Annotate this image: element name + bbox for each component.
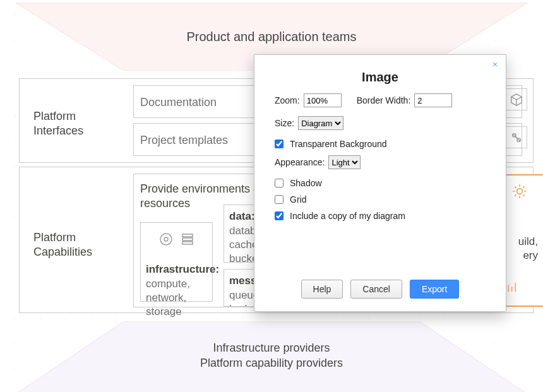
infrastructure-body: compute, network, storage <box>146 277 190 319</box>
project-templates-label: Project templates <box>140 134 228 146</box>
dialog-title: Image <box>254 70 506 85</box>
appearance-select[interactable]: Light <box>328 155 361 169</box>
help-button[interactable]: Help <box>301 280 343 299</box>
size-row: Size: Diagram <box>275 116 486 130</box>
include-copy-label: Include a copy of my diagram <box>290 211 405 221</box>
dialog-body: Zoom: Border Width: Size: Diagram Transp… <box>254 85 506 221</box>
svg-rect-7 <box>182 238 193 241</box>
shadow-checkbox[interactable] <box>275 179 283 187</box>
env-title-l1: Provide environments and <box>140 182 272 195</box>
section-interfaces-label: Platform Interfaces <box>33 109 109 138</box>
include-copy-row: Include a copy of my diagram <box>275 211 486 221</box>
cube-icon <box>505 88 527 110</box>
transparent-row: Transparent Background <box>275 139 486 149</box>
appearance-label: Appearance: <box>275 157 325 167</box>
section-capabilities-label: Platform Capabilities <box>33 230 109 259</box>
zoom-label: Zoom: <box>275 95 300 105</box>
grid-checkbox[interactable] <box>275 195 283 204</box>
documentation-label: Documentation <box>140 96 217 109</box>
transparent-background-checkbox[interactable] <box>275 140 283 148</box>
svg-point-5 <box>164 237 168 241</box>
section-interfaces-label-l1: Platform <box>33 110 76 122</box>
zoom-input[interactable] <box>304 93 342 107</box>
infrastructure-header: infrastructure: <box>146 263 219 276</box>
close-button[interactable]: × <box>489 59 501 70</box>
dialog-footer: Help Cancel Export <box>254 280 506 299</box>
svg-rect-8 <box>182 242 193 244</box>
border-width-input[interactable] <box>414 93 452 107</box>
svg-point-4 <box>160 234 172 245</box>
section-capabilities-label-l1: Platform <box>33 231 76 244</box>
include-copy-checkbox[interactable] <box>275 211 283 220</box>
env-title-l2: resources <box>140 197 190 210</box>
infra-icons <box>141 232 212 247</box>
build-text: uild, ery <box>501 235 538 263</box>
section-capabilities-label-l2: Capabilities <box>33 246 92 258</box>
grid-row: Grid <box>275 194 486 205</box>
svg-marker-1 <box>15 321 528 392</box>
size-select[interactable]: Diagram <box>298 116 343 130</box>
shadow-row: Shadow <box>275 178 486 188</box>
shadow-label: Shadow <box>290 178 322 188</box>
export-button[interactable]: Export <box>410 280 459 299</box>
zoom-border-row: Zoom: Border Width: <box>275 93 486 107</box>
grid-label: Grid <box>290 194 306 205</box>
svg-rect-6 <box>182 234 193 237</box>
svg-point-9 <box>517 189 523 194</box>
border-width-label: Border Width: <box>357 95 411 105</box>
cancel-button[interactable]: Cancel <box>350 280 402 299</box>
section-interfaces-label-l2: Interfaces <box>33 124 83 137</box>
stack-icon <box>179 232 196 247</box>
disc-icon <box>157 232 175 247</box>
bottom-trapezoid: Infrastructure providers Platform capabi… <box>15 321 528 392</box>
infrastructure-sub-box: infrastructure: compute, network, storag… <box>140 222 213 302</box>
gear-icon <box>511 183 528 199</box>
size-label: Size: <box>275 118 294 128</box>
image-export-dialog: × Image Zoom: Border Width: Size: Diagra… <box>254 54 506 312</box>
appearance-row: Appearance: Light <box>275 155 486 169</box>
transparent-background-label: Transparent Background <box>290 139 387 149</box>
diagram-canvas: Product and application teams Infrastruc… <box>0 0 543 392</box>
tools-icon <box>505 126 527 148</box>
